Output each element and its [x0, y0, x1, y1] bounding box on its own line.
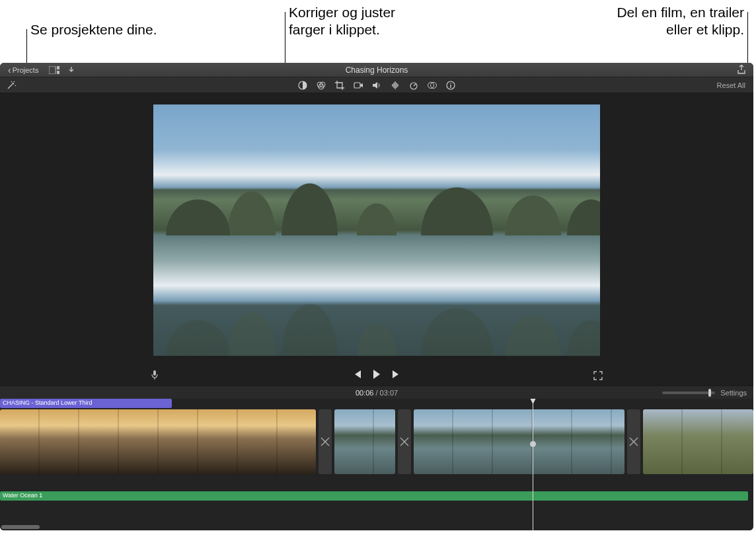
share-button[interactable]: [736, 65, 747, 75]
svg-rect-14: [153, 370, 156, 376]
reset-all-button[interactable]: Reset All: [717, 81, 745, 89]
projects-button[interactable]: Projects: [4, 63, 42, 77]
viewer: [0, 93, 753, 386]
callout-share: Del en film, en trailer eller et klipp.: [617, 4, 744, 39]
callout-color: Korriger og juster farger i klippet.: [289, 4, 395, 39]
volume-button[interactable]: [371, 79, 383, 91]
timebar: 00:06 / 03:07 Settings: [0, 386, 753, 399]
transition[interactable]: [319, 409, 332, 474]
next-button[interactable]: [391, 368, 402, 380]
svg-rect-13: [450, 85, 451, 88]
clip-filter-button[interactable]: [426, 79, 438, 91]
video-preview: [153, 104, 600, 356]
import-button[interactable]: [66, 65, 77, 75]
settings-button[interactable]: Settings: [720, 389, 747, 397]
prev-button[interactable]: [351, 368, 363, 380]
video-clip[interactable]: [334, 409, 395, 474]
total-time: 03:07: [380, 389, 398, 397]
speed-button[interactable]: [408, 79, 420, 91]
svg-point-12: [450, 83, 451, 84]
crop-button[interactable]: [334, 79, 346, 91]
callout-line: [26, 29, 27, 65]
title-clip[interactable]: CHASING - Standard Lower Third: [0, 399, 172, 408]
top-toolbar: Projects Chasing Horizons: [0, 63, 753, 77]
play-button[interactable]: [371, 368, 383, 380]
callout-projects: Se prosjektene dine.: [30, 21, 157, 38]
playhead[interactable]: [533, 399, 533, 530]
enhance-button[interactable]: [5, 79, 17, 91]
media-library-button[interactable]: [49, 65, 59, 75]
current-time: 00:06: [356, 389, 374, 397]
timeline[interactable]: CHASING - Standard Lower Third Water Oce…: [0, 399, 753, 530]
project-title: Chasing Horizons: [346, 65, 408, 75]
transition[interactable]: [627, 409, 640, 474]
adjustment-bar: Reset All: [0, 77, 753, 93]
chevron-left-icon: [8, 65, 11, 75]
zoom-slider[interactable]: [662, 391, 715, 394]
projects-label: Projects: [13, 66, 39, 74]
stabilization-button[interactable]: [352, 79, 364, 91]
color-balance-button[interactable]: [297, 79, 309, 91]
video-clip[interactable]: [414, 409, 624, 474]
video-track: [0, 409, 753, 474]
playback-controls: [351, 368, 402, 380]
callout-line: [747, 12, 748, 65]
video-clip[interactable]: [643, 409, 753, 474]
svg-rect-7: [354, 83, 360, 88]
info-button[interactable]: [445, 79, 457, 91]
horizontal-scrollbar[interactable]: [1, 525, 40, 529]
svg-rect-0: [49, 66, 56, 74]
timecode: 00:06 / 03:07: [356, 389, 398, 397]
color-correction-button[interactable]: [315, 79, 327, 91]
svg-rect-2: [57, 71, 59, 74]
imovie-window: Projects Chasing Horizons: [0, 63, 753, 530]
audio-clip[interactable]: Water Ocean 1: [0, 491, 748, 501]
video-clip[interactable]: [0, 409, 316, 474]
noise-reduction-button[interactable]: [389, 79, 401, 91]
voiceover-button[interactable]: [151, 370, 159, 380]
fullscreen-button[interactable]: [593, 371, 603, 380]
svg-rect-1: [57, 66, 59, 69]
transition[interactable]: [398, 409, 411, 474]
